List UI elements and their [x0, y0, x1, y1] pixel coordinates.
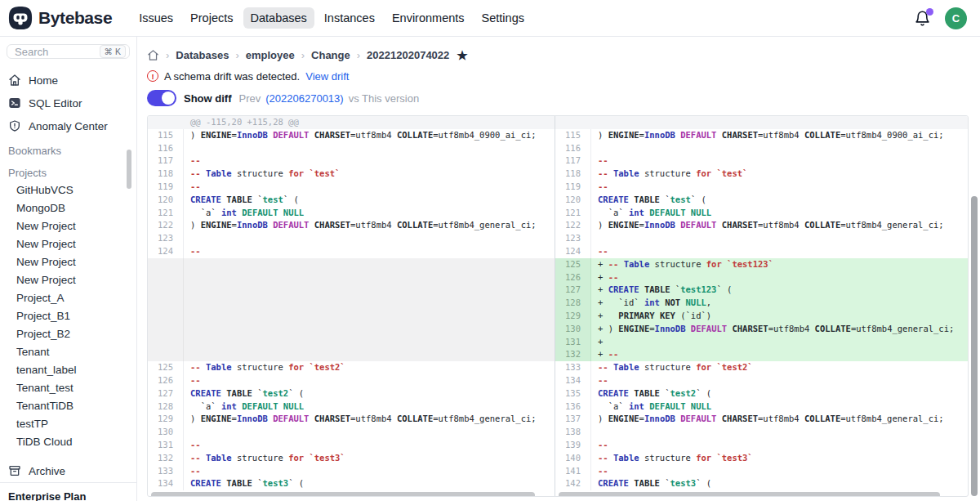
sidebar-item-home[interactable]: Home — [0, 69, 136, 92]
diff-row: 134-- — [555, 374, 968, 387]
sidebar-project-project-a[interactable]: Project_A — [0, 289, 136, 307]
main-content: ›Databases›employee›Change›2022120207402… — [137, 37, 980, 501]
diff-placeholder-row — [148, 336, 555, 349]
sidebar-item-archive[interactable]: Archive — [0, 459, 136, 482]
sidebar-section-projects: Projects — [0, 159, 136, 181]
nav-item-issues[interactable]: Issues — [131, 7, 180, 29]
line-number — [148, 271, 184, 284]
sidebar-section-bookmarks: Bookmarks — [0, 137, 136, 159]
sidebar-project-project-b1[interactable]: Project_B1 — [0, 307, 136, 325]
diff-row: 127+ CREATE TABLE `test123` ( — [555, 284, 968, 297]
diff-panel-current: 115) ENGINE=InnoDB DEFAULT CHARSET=utf8m… — [555, 116, 968, 496]
code-line — [591, 426, 968, 439]
code-line: -- Table structure for `test2` — [591, 361, 968, 374]
code-line — [591, 232, 968, 245]
code-line — [184, 426, 555, 439]
horizontal-scrollbar[interactable] — [559, 492, 964, 496]
breadcrumb-item-databases[interactable]: Databases — [176, 49, 229, 61]
line-number: 140 — [555, 452, 591, 465]
notifications-button[interactable] — [914, 10, 931, 27]
sidebar-item-label: Home — [29, 74, 58, 87]
sidebar-item-sql-editor[interactable]: SQL Editor — [0, 92, 136, 114]
prev-version-link[interactable]: (202206270013) — [265, 92, 343, 105]
diff-row: 129) ENGINE=InnoDB DEFAULT CHARSET=utf8m… — [148, 413, 555, 426]
schema-drift-alert: ! A schema drift was detected. View drif… — [147, 69, 969, 83]
sidebar-project-githubvcs[interactable]: GitHubVCS — [0, 181, 136, 199]
line-number: 118 — [555, 168, 591, 181]
sidebar-project-tenant-label[interactable]: tenant_label — [0, 361, 136, 379]
diff-row: 142CREATE TABLE `test3` ( — [555, 477, 968, 490]
show-diff-label: Show diff — [184, 92, 232, 105]
view-drift-link[interactable]: View drift — [305, 70, 349, 83]
user-avatar[interactable]: C — [945, 7, 967, 29]
diff-row: 128 `a` int DEFAULT NULL — [148, 400, 555, 414]
search-placeholder: Search — [15, 46, 48, 58]
nav-item-environments[interactable]: Environments — [385, 7, 472, 29]
breadcrumb-item-change[interactable]: Change — [311, 49, 350, 61]
code-line: + -- Table structure for `test123` — [591, 258, 968, 271]
nav-item-instances[interactable]: Instances — [317, 7, 382, 29]
search-input[interactable]: Search ⌘ K — [7, 44, 130, 59]
sidebar-project-new-project[interactable]: New Project — [0, 235, 136, 253]
diff-placeholder-row — [148, 297, 555, 310]
horizontal-scrollbar[interactable] — [151, 492, 551, 496]
code-line — [184, 310, 555, 323]
sidebar-project-testtp[interactable]: testTP — [0, 415, 136, 433]
code-line: CREATE TABLE `test` ( — [591, 194, 968, 207]
breadcrumb-item-20221202074022[interactable]: 20221202074022 — [367, 49, 449, 61]
sidebar-project-tidb-cloud[interactable]: TiDB Cloud — [0, 433, 136, 451]
line-number: 134 — [555, 374, 591, 387]
sidebar-item-anomaly-center[interactable]: Anomaly Center — [0, 114, 136, 137]
line-number: 129 — [555, 310, 591, 323]
diff-row: 124-- — [148, 245, 555, 258]
plan-badge: Enterprise Plan — [0, 482, 136, 501]
line-number: 126 — [555, 271, 591, 284]
show-diff-toggle[interactable] — [147, 90, 176, 106]
diff-row: 116 — [148, 142, 555, 155]
line-number: 121 — [555, 207, 591, 220]
alert-icon: ! — [147, 70, 158, 82]
code-line: + ) ENGINE=InnoDB DEFAULT CHARSET=utf8mb… — [591, 323, 968, 336]
line-number: 117 — [148, 154, 184, 168]
nav-item-settings[interactable]: Settings — [474, 7, 532, 29]
diff-row: 115) ENGINE=InnoDB DEFAULT CHARSET=utf8m… — [555, 129, 968, 142]
code-line: -- Table structure for `test2` — [184, 361, 555, 374]
sidebar-project-tenanttidb[interactable]: TenantTiDB — [0, 397, 136, 415]
diff-row: 120CREATE TABLE `test` ( — [148, 194, 555, 207]
code-line: -- Table structure for `test3` — [184, 452, 555, 465]
diff-row: 115) ENGINE=InnoDB DEFAULT CHARSET=utf8m… — [148, 129, 555, 142]
breadcrumb-separator: › — [301, 49, 305, 61]
bookmark-star-icon[interactable]: ★ — [457, 49, 467, 61]
sidebar-project-tenant-test[interactable]: Tenant_test — [0, 379, 136, 397]
sidebar-scrollbar-thumb[interactable] — [127, 150, 131, 189]
sidebar-project-new-project[interactable]: New Project — [0, 271, 136, 289]
sidebar-project-mongodb[interactable]: MongoDB — [0, 199, 136, 217]
code-line — [184, 258, 555, 271]
line-number: 133 — [148, 465, 184, 478]
line-number: 134 — [148, 477, 184, 490]
diff-row: 136 `a` int DEFAULT NULL — [555, 400, 968, 414]
breadcrumb-item-employee[interactable]: employee — [246, 49, 295, 61]
diff-row: 130+ ) ENGINE=InnoDB DEFAULT CHARSET=utf… — [555, 323, 968, 336]
sidebar: Search ⌘ K HomeSQL EditorAnomaly Center … — [0, 37, 137, 501]
diff-row: 119-- — [148, 181, 555, 194]
line-number: 131 — [555, 336, 591, 349]
code-line — [184, 142, 555, 155]
nav-item-databases[interactable]: Databases — [243, 7, 314, 29]
line-number: 125 — [148, 361, 184, 374]
page-scrollbar-thumb[interactable] — [971, 196, 978, 496]
archive-icon — [8, 464, 21, 477]
sidebar-project-new-project[interactable]: New Project — [0, 253, 136, 271]
home-icon[interactable] — [147, 49, 159, 61]
bytebase-home-link[interactable]: Bytebase — [8, 6, 112, 30]
nav-item-projects[interactable]: Projects — [183, 7, 240, 29]
notification-dot — [926, 8, 933, 16]
sidebar-project-project-b2[interactable]: Project_B2 — [0, 325, 136, 343]
sidebar-project-new-project[interactable]: New Project — [0, 217, 136, 235]
horizontal-scrollbar-thumb[interactable] — [151, 492, 535, 496]
diff-row: 121 `a` int DEFAULT NULL — [148, 207, 555, 220]
code-line: + CREATE TABLE `test123` ( — [591, 284, 968, 297]
sidebar-project-tenant[interactable]: Tenant — [0, 343, 136, 361]
horizontal-scrollbar-thumb[interactable] — [559, 492, 940, 496]
breadcrumb-items: ›Databases›employee›Change›2022120207402… — [166, 49, 449, 61]
